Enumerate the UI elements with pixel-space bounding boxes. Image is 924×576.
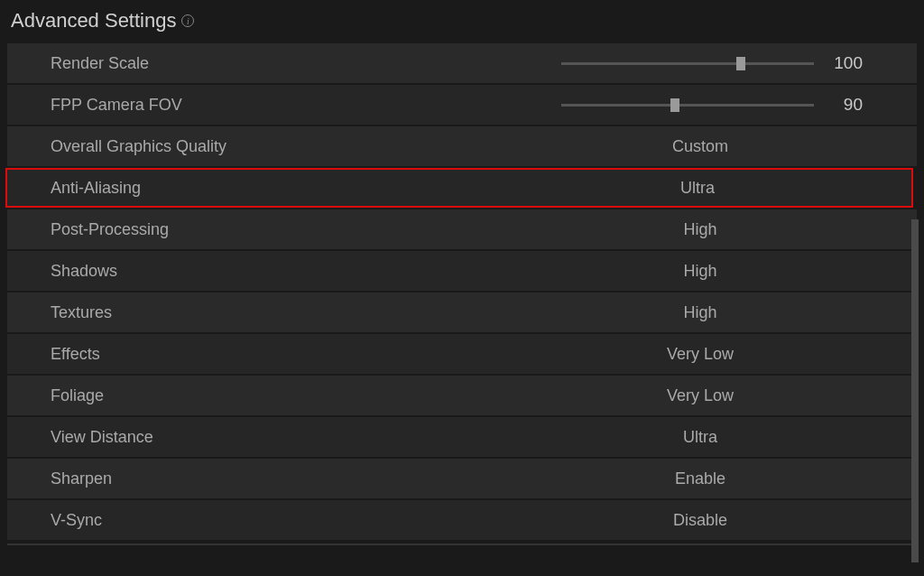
- advanced-settings-header: Advanced Settings i: [7, 9, 917, 43]
- setting-value: Custom: [672, 137, 728, 156]
- setting-row-view-distance[interactable]: View Distance Ultra: [7, 417, 917, 457]
- setting-row-vsync[interactable]: V-Sync Disable: [7, 500, 917, 540]
- setting-value-area[interactable]: High: [520, 220, 917, 239]
- setting-label: Overall Graphics Quality: [51, 137, 520, 156]
- setting-row-foliage[interactable]: Foliage Very Low: [7, 376, 917, 415]
- slider-value: 100: [830, 53, 863, 73]
- setting-label: View Distance: [51, 428, 520, 447]
- setting-value: Disable: [673, 511, 727, 530]
- setting-value-area[interactable]: Ultra: [520, 179, 911, 198]
- setting-label: FPP Camera FOV: [51, 96, 520, 115]
- setting-row-textures[interactable]: Textures High: [7, 293, 917, 332]
- setting-row-render-scale[interactable]: Render Scale 100: [7, 43, 917, 83]
- setting-value: Very Low: [667, 386, 734, 405]
- setting-value: High: [683, 303, 716, 322]
- setting-value-area[interactable]: Custom: [520, 137, 917, 156]
- slider-render-scale[interactable]: 100: [520, 53, 881, 73]
- setting-row-sharpen[interactable]: Sharpen Enable: [7, 459, 917, 498]
- setting-value-area[interactable]: Ultra: [520, 428, 917, 447]
- setting-label: V-Sync: [51, 511, 520, 530]
- setting-value: Enable: [675, 469, 725, 488]
- setting-label: Effects: [51, 345, 520, 364]
- setting-value-area[interactable]: High: [520, 303, 917, 322]
- setting-value: Very Low: [667, 345, 734, 364]
- setting-value: Ultra: [680, 179, 715, 198]
- slider-track[interactable]: [561, 104, 814, 107]
- setting-row-anti-aliasing[interactable]: Anti-Aliasing Ultra: [5, 168, 913, 208]
- settings-list: Render Scale 100 FPP Camera FOV 90 Overa…: [7, 43, 917, 545]
- setting-label: Anti-Aliasing: [51, 179, 520, 198]
- setting-value: High: [683, 262, 716, 281]
- setting-value-area: 90: [520, 95, 917, 115]
- bottom-divider: [7, 543, 917, 545]
- setting-label: Textures: [51, 303, 520, 322]
- setting-value: High: [683, 220, 716, 239]
- setting-row-post-processing[interactable]: Post-Processing High: [7, 209, 917, 249]
- setting-value-area[interactable]: High: [520, 262, 917, 281]
- setting-label: Shadows: [51, 262, 520, 281]
- setting-value-area[interactable]: Very Low: [520, 345, 917, 364]
- slider-fpp-fov[interactable]: 90: [520, 95, 881, 115]
- setting-row-shadows[interactable]: Shadows High: [7, 251, 917, 291]
- slider-thumb[interactable]: [736, 57, 745, 70]
- setting-row-effects[interactable]: Effects Very Low: [7, 334, 917, 374]
- setting-label: Foliage: [51, 386, 520, 405]
- setting-value: Ultra: [683, 428, 717, 447]
- setting-value-area[interactable]: Enable: [520, 469, 917, 488]
- setting-label: Render Scale: [51, 54, 520, 73]
- setting-value-area[interactable]: Very Low: [520, 386, 917, 405]
- page-title: Advanced Settings: [11, 9, 176, 33]
- setting-value-area: 100: [520, 53, 917, 73]
- setting-label: Post-Processing: [51, 220, 520, 239]
- setting-row-overall-graphics[interactable]: Overall Graphics Quality Custom: [7, 126, 917, 166]
- slider-thumb[interactable]: [670, 98, 679, 112]
- setting-label: Sharpen: [51, 469, 520, 488]
- slider-value: 90: [830, 95, 863, 115]
- scrollbar[interactable]: [911, 219, 919, 562]
- info-icon[interactable]: i: [181, 14, 194, 27]
- slider-track[interactable]: [561, 62, 814, 65]
- setting-value-area[interactable]: Disable: [520, 511, 917, 530]
- setting-row-fpp-camera-fov[interactable]: FPP Camera FOV 90: [7, 85, 917, 125]
